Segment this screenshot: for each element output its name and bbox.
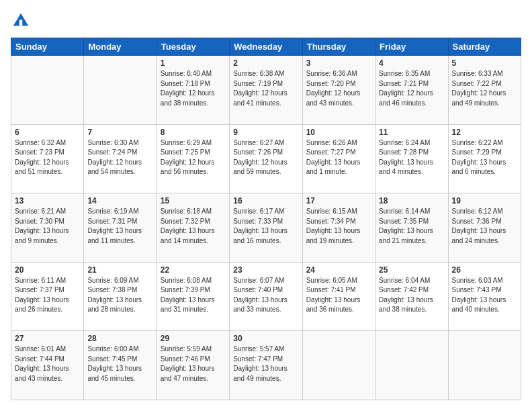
day-info: Sunrise: 6:26 AMSunset: 7:27 PMDaylight:…	[306, 138, 371, 177]
calendar-cell: 24Sunrise: 6:05 AMSunset: 7:41 PMDayligh…	[302, 262, 375, 331]
calendar-cell: 17Sunrise: 6:15 AMSunset: 7:34 PMDayligh…	[302, 193, 375, 263]
day-number: 25	[379, 265, 444, 275]
day-number: 5	[452, 58, 517, 68]
logo-icon	[11, 11, 31, 31]
calendar-cell: 12Sunrise: 6:22 AMSunset: 7:29 PMDayligh…	[448, 124, 521, 193]
day-info: Sunrise: 6:19 AMSunset: 7:31 PMDaylight:…	[87, 207, 152, 246]
day-info: Sunrise: 6:21 AMSunset: 7:30 PMDaylight:…	[15, 207, 80, 246]
weekday-header-sunday: Sunday	[11, 38, 84, 56]
weekday-header-row: SundayMondayTuesdayWednesdayThursdayFrid…	[11, 38, 521, 56]
calendar-cell	[84, 56, 157, 125]
day-info: Sunrise: 6:30 AMSunset: 7:24 PMDaylight:…	[87, 138, 152, 177]
calendar-cell: 30Sunrise: 5:57 AMSunset: 7:47 PMDayligh…	[230, 331, 302, 400]
day-info: Sunrise: 6:38 AMSunset: 7:19 PMDaylight:…	[233, 69, 298, 108]
calendar-cell: 9Sunrise: 6:27 AMSunset: 7:26 PMDaylight…	[230, 124, 302, 193]
svg-rect-1	[19, 20, 23, 26]
day-info: Sunrise: 6:05 AMSunset: 7:41 PMDaylight:…	[306, 276, 371, 315]
day-info: Sunrise: 6:14 AMSunset: 7:35 PMDaylight:…	[379, 207, 444, 246]
calendar-cell	[375, 331, 448, 400]
calendar-cell: 27Sunrise: 6:01 AMSunset: 7:44 PMDayligh…	[11, 331, 84, 400]
week-row-3: 13Sunrise: 6:21 AMSunset: 7:30 PMDayligh…	[11, 193, 521, 263]
day-number: 17	[306, 196, 371, 205]
day-number: 24	[306, 265, 371, 275]
day-info: Sunrise: 6:35 AMSunset: 7:21 PMDaylight:…	[379, 69, 444, 108]
calendar-cell: 6Sunrise: 6:32 AMSunset: 7:23 PMDaylight…	[11, 124, 84, 193]
weekday-header-thursday: Thursday	[302, 38, 375, 56]
week-row-1: 1Sunrise: 6:40 AMSunset: 7:18 PMDaylight…	[11, 56, 521, 125]
day-number: 14	[87, 196, 152, 205]
day-number: 11	[379, 128, 444, 137]
day-info: Sunrise: 6:27 AMSunset: 7:26 PMDaylight:…	[233, 138, 298, 177]
calendar-cell: 8Sunrise: 6:29 AMSunset: 7:25 PMDaylight…	[157, 124, 229, 193]
calendar-cell: 4Sunrise: 6:35 AMSunset: 7:21 PMDaylight…	[375, 56, 448, 125]
calendar-cell: 11Sunrise: 6:24 AMSunset: 7:28 PMDayligh…	[375, 124, 448, 193]
day-number: 30	[233, 334, 298, 343]
day-number: 27	[15, 334, 80, 343]
day-info: Sunrise: 6:32 AMSunset: 7:23 PMDaylight:…	[15, 138, 80, 177]
weekday-header-saturday: Saturday	[448, 38, 521, 56]
day-info: Sunrise: 6:17 AMSunset: 7:33 PMDaylight:…	[233, 207, 298, 246]
calendar-cell: 22Sunrise: 6:08 AMSunset: 7:39 PMDayligh…	[157, 262, 229, 331]
calendar-cell: 21Sunrise: 6:09 AMSunset: 7:38 PMDayligh…	[84, 262, 157, 331]
day-info: Sunrise: 5:57 AMSunset: 7:47 PMDaylight:…	[233, 345, 298, 383]
day-number: 20	[15, 265, 80, 275]
day-info: Sunrise: 6:18 AMSunset: 7:32 PMDaylight:…	[161, 207, 226, 246]
day-number: 16	[233, 196, 298, 205]
week-row-2: 6Sunrise: 6:32 AMSunset: 7:23 PMDaylight…	[11, 124, 521, 193]
day-info: Sunrise: 6:09 AMSunset: 7:38 PMDaylight:…	[87, 276, 152, 315]
logo	[11, 11, 34, 31]
day-info: Sunrise: 6:24 AMSunset: 7:28 PMDaylight:…	[379, 138, 444, 177]
day-number: 3	[306, 58, 371, 68]
calendar-cell: 5Sunrise: 6:33 AMSunset: 7:22 PMDaylight…	[448, 56, 521, 125]
calendar-cell: 26Sunrise: 6:03 AMSunset: 7:43 PMDayligh…	[448, 262, 521, 331]
weekday-header-friday: Friday	[375, 38, 448, 56]
day-info: Sunrise: 6:40 AMSunset: 7:18 PMDaylight:…	[161, 69, 226, 108]
calendar-cell: 15Sunrise: 6:18 AMSunset: 7:32 PMDayligh…	[157, 193, 229, 263]
day-number: 2	[233, 58, 298, 68]
week-row-5: 27Sunrise: 6:01 AMSunset: 7:44 PMDayligh…	[11, 331, 521, 400]
calendar-cell: 19Sunrise: 6:12 AMSunset: 7:36 PMDayligh…	[448, 193, 521, 263]
calendar-cell: 25Sunrise: 6:04 AMSunset: 7:42 PMDayligh…	[375, 262, 448, 331]
calendar-cell	[11, 56, 84, 125]
calendar-cell: 29Sunrise: 5:59 AMSunset: 7:46 PMDayligh…	[157, 331, 229, 400]
weekday-header-wednesday: Wednesday	[230, 38, 302, 56]
day-info: Sunrise: 6:36 AMSunset: 7:20 PMDaylight:…	[306, 69, 371, 108]
day-number: 8	[161, 128, 226, 137]
day-info: Sunrise: 6:08 AMSunset: 7:39 PMDaylight:…	[161, 276, 226, 315]
day-number: 19	[452, 196, 517, 205]
day-number: 10	[306, 128, 371, 137]
day-number: 4	[379, 58, 444, 68]
day-info: Sunrise: 6:00 AMSunset: 7:45 PMDaylight:…	[87, 345, 152, 383]
day-info: Sunrise: 6:29 AMSunset: 7:25 PMDaylight:…	[161, 138, 226, 177]
day-number: 29	[161, 334, 226, 343]
calendar-cell: 3Sunrise: 6:36 AMSunset: 7:20 PMDaylight…	[302, 56, 375, 125]
day-number: 26	[452, 265, 517, 275]
calendar-cell: 2Sunrise: 6:38 AMSunset: 7:19 PMDaylight…	[230, 56, 302, 125]
day-number: 9	[233, 128, 298, 137]
calendar-table: SundayMondayTuesdayWednesdayThursdayFrid…	[11, 38, 521, 400]
day-number: 1	[161, 58, 226, 68]
calendar-cell	[302, 331, 375, 400]
day-info: Sunrise: 6:33 AMSunset: 7:22 PMDaylight:…	[452, 69, 517, 108]
day-info: Sunrise: 6:03 AMSunset: 7:43 PMDaylight:…	[452, 276, 517, 315]
day-number: 22	[161, 265, 226, 275]
calendar-cell: 7Sunrise: 6:30 AMSunset: 7:24 PMDaylight…	[84, 124, 157, 193]
day-number: 12	[452, 128, 517, 137]
page: SundayMondayTuesdayWednesdayThursdayFrid…	[0, 0, 532, 411]
day-number: 15	[161, 196, 226, 205]
week-row-4: 20Sunrise: 6:11 AMSunset: 7:37 PMDayligh…	[11, 262, 521, 331]
calendar-cell	[448, 331, 521, 400]
day-info: Sunrise: 6:11 AMSunset: 7:37 PMDaylight:…	[15, 276, 80, 315]
day-number: 23	[233, 265, 298, 275]
calendar-cell: 16Sunrise: 6:17 AMSunset: 7:33 PMDayligh…	[230, 193, 302, 263]
day-info: Sunrise: 6:15 AMSunset: 7:34 PMDaylight:…	[306, 207, 371, 246]
day-info: Sunrise: 6:12 AMSunset: 7:36 PMDaylight:…	[452, 207, 517, 246]
day-number: 28	[87, 334, 152, 343]
weekday-header-monday: Monday	[84, 38, 157, 56]
day-number: 7	[87, 128, 152, 137]
day-number: 18	[379, 196, 444, 205]
weekday-header-tuesday: Tuesday	[157, 38, 229, 56]
calendar-cell: 23Sunrise: 6:07 AMSunset: 7:40 PMDayligh…	[230, 262, 302, 331]
calendar-cell: 1Sunrise: 6:40 AMSunset: 7:18 PMDaylight…	[157, 56, 229, 125]
day-number: 6	[15, 128, 80, 137]
